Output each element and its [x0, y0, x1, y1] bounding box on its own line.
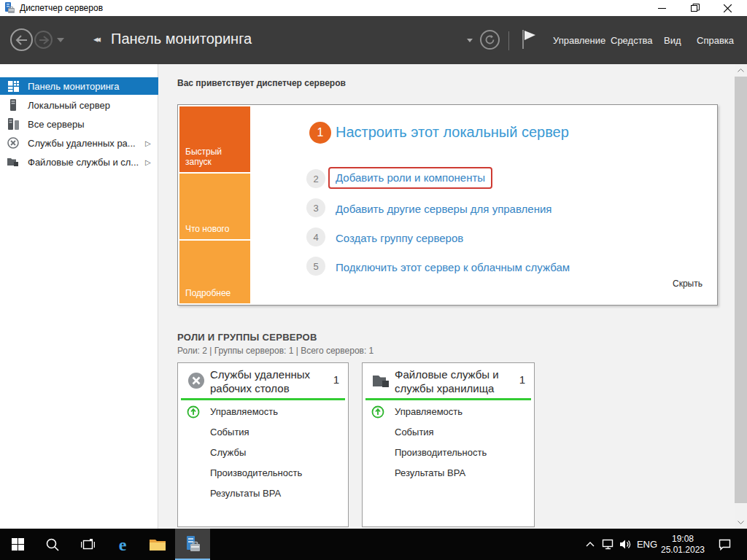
role-row-manageability[interactable]: Управляемость: [178, 404, 348, 421]
task-add-roles-link[interactable]: Добавить роли и компоненты: [336, 171, 485, 184]
task-4-badge: 4: [306, 228, 325, 246]
role-row-services[interactable]: Службы: [178, 445, 348, 462]
role-row-bpa-results[interactable]: Результаты BPA: [363, 465, 534, 483]
task-add-servers-link[interactable]: Добавить другие серверы для управления: [336, 203, 551, 215]
role-row-label: Производительность: [210, 467, 302, 478]
quickstart-tab[interactable]: Быстрый запуск: [179, 106, 250, 172]
network-icon[interactable]: [600, 529, 616, 560]
task-connect-cloud-link[interactable]: Подключить этот сервер к облачным служба…: [336, 261, 570, 273]
highlight-box: Добавить роли и компоненты: [328, 167, 492, 189]
sidebar-item-label: Файловые службы и сл...: [28, 157, 139, 168]
menu-tools[interactable]: Средства: [611, 35, 653, 46]
language-indicator[interactable]: ENG: [636, 529, 658, 560]
file-storage-services-icon: [7, 156, 19, 168]
forward-button[interactable]: [34, 31, 53, 49]
scrollbar-thumb[interactable]: [735, 77, 747, 503]
menu-manage[interactable]: Управление: [553, 35, 605, 46]
server-manager-taskbar-button[interactable]: [175, 529, 210, 560]
task-create-server-group-link[interactable]: Создать группу серверов: [336, 232, 463, 244]
sidebar-item-dashboard[interactable]: Панель мониторинга: [0, 77, 158, 95]
task-configure-local-server-link[interactable]: Настроить этот локальный сервер: [336, 124, 569, 141]
sidebar-item-remote-desktop-services[interactable]: Службы удаленных ра... ▷: [0, 134, 158, 152]
sidebar-item-local-server[interactable]: Локальный сервер: [0, 96, 158, 114]
role-row-label: События: [395, 427, 434, 438]
whats-new-tab-label: Что нового: [185, 224, 229, 234]
task-3-badge: 3: [306, 198, 325, 217]
remote-desktop-services-icon: [7, 137, 19, 149]
tray-date: 25.01.2023: [661, 545, 705, 556]
vertical-scrollbar[interactable]: [735, 64, 747, 529]
minimize-button[interactable]: [646, 0, 678, 16]
role-tile-remote-desktop: Службы удаленных рабочих столов 1 Управл…: [177, 362, 349, 527]
refresh-icon[interactable]: [480, 30, 500, 50]
restore-button[interactable]: [678, 0, 711, 16]
task-2-badge: 2: [306, 169, 325, 188]
task-1-badge: 1: [309, 122, 331, 144]
manage-flag-icon[interactable]: [521, 29, 537, 52]
status-green-rule: [181, 398, 345, 400]
search-button[interactable]: [35, 529, 70, 560]
quickstart-tab-label: Быстрый запуск: [185, 147, 250, 167]
sidebar-item-label: Локальный сервер: [28, 100, 110, 111]
notifications-dropdown-icon[interactable]: [467, 39, 473, 42]
role-row-label: Производительность: [395, 447, 487, 458]
internet-explorer-icon: e: [119, 536, 127, 553]
collapse-breadcrumb-icon[interactable]: ◂◂: [93, 34, 98, 44]
history-dropdown-icon[interactable]: [57, 38, 64, 42]
role-row-events[interactable]: События: [363, 424, 534, 442]
learn-more-tab-label: Подробнее: [185, 288, 231, 298]
role-tile-title-link[interactable]: Файловые службы и службы хранилища: [395, 368, 504, 396]
volume-icon[interactable]: [617, 529, 633, 560]
role-row-bpa-results[interactable]: Результаты BPA: [178, 486, 348, 503]
dashboard-grid-icon: [7, 80, 19, 92]
internet-explorer-button[interactable]: e: [105, 529, 140, 560]
sidebar-item-label: Службы удаленных ра...: [28, 138, 136, 149]
window-title: Диспетчер серверов: [20, 3, 103, 13]
status-green-rule: [365, 398, 531, 400]
scroll-up-icon[interactable]: [735, 64, 747, 77]
file-explorer-button[interactable]: [140, 529, 175, 560]
page-title: Панель мониторинга: [111, 31, 252, 47]
role-row-performance[interactable]: Производительность: [363, 445, 534, 462]
taskbar: e: [0, 529, 747, 560]
role-row-label: Управляемость: [395, 406, 462, 417]
role-tile-file-storage: Файловые службы и службы хранилища 1 Упр…: [362, 362, 535, 527]
hide-link[interactable]: Скрыть: [673, 279, 703, 289]
local-server-icon: [7, 99, 19, 111]
scroll-down-icon[interactable]: [735, 516, 747, 529]
server-manager-app-icon: [4, 2, 15, 17]
role-tile-title-link[interactable]: Службы удаленных рабочих столов: [210, 368, 320, 396]
action-center-icon[interactable]: [713, 529, 735, 560]
close-button[interactable]: [711, 0, 744, 16]
role-row-label: Управляемость: [210, 406, 278, 417]
role-row-performance[interactable]: Производительность: [178, 465, 348, 483]
role-row-label: События: [210, 427, 249, 438]
file-storage-services-icon: [371, 371, 390, 390]
roles-section-subtitle: Роли: 2 | Группы серверов: 1 | Всего сер…: [177, 346, 374, 356]
sidebar-item-file-storage-services[interactable]: Файловые службы и сл... ▷: [0, 153, 158, 171]
sidebar: Панель мониторинга Локальный сервер Все …: [0, 64, 158, 529]
task-view-button[interactable]: [70, 529, 105, 560]
clock[interactable]: 19:08 25.01.2023: [659, 529, 706, 560]
sidebar-item-label: Все серверы: [28, 119, 85, 130]
expand-chevron-icon[interactable]: ▷: [145, 158, 151, 166]
role-row-events[interactable]: События: [178, 424, 348, 442]
all-servers-icon: [7, 118, 19, 130]
roles-section-title: РОЛИ И ГРУППЫ СЕРВЕРОВ: [177, 332, 317, 343]
role-row-label: Результаты BPA: [395, 467, 465, 478]
sidebar-item-all-servers[interactable]: Все серверы: [0, 115, 158, 133]
role-server-count: 1: [333, 373, 339, 386]
start-button[interactable]: [0, 529, 35, 560]
welcome-panel: Быстрый запуск Что нового Подробнее 1 На…: [177, 104, 718, 306]
tray-time: 19:08: [672, 534, 694, 545]
expand-chevron-icon[interactable]: ▷: [145, 139, 151, 147]
welcome-header: Вас приветствует диспетчер серверов: [177, 78, 346, 88]
whats-new-tab[interactable]: Что нового: [179, 174, 250, 239]
menu-view[interactable]: Вид: [664, 35, 681, 46]
role-row-manageability[interactable]: Управляемость: [363, 404, 534, 421]
learn-more-tab[interactable]: Подробнее: [179, 241, 250, 303]
back-button[interactable]: [10, 28, 33, 51]
tray-show-hidden-icons-button[interactable]: [582, 529, 598, 560]
menu-help[interactable]: Справка: [697, 35, 734, 46]
navigation-bar: ◂◂ Панель мониторинга Управление Средств…: [0, 16, 747, 64]
